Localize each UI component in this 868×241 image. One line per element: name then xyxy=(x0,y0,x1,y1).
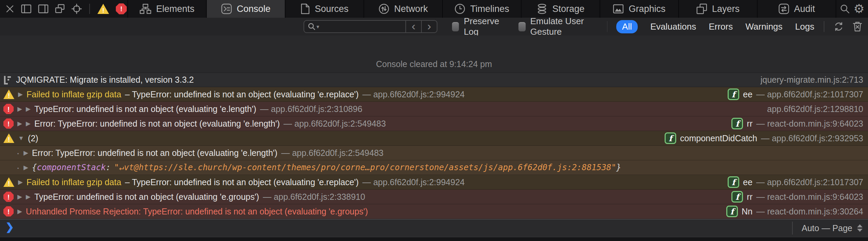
search-next-button[interactable]: › xyxy=(422,21,437,32)
function-name: ee xyxy=(743,177,753,187)
message-text: – TypeError: undefined is not an object … xyxy=(125,177,359,187)
tab-label: Network xyxy=(394,4,428,14)
inline-source-link[interactable]: — app.6f62d0f.js:2:549483 xyxy=(281,148,383,158)
source-link[interactable]: — react-dom.min.js:9:64023 xyxy=(756,119,863,129)
element-selection-target-icon[interactable] xyxy=(72,4,82,14)
source-link[interactable]: — app.6f62d0f.js:2:1017307 xyxy=(756,90,863,99)
window-bottom-edge xyxy=(0,237,868,241)
disclosure-triangle-icon[interactable]: ▶ xyxy=(26,120,31,127)
scope-errors-button[interactable]: Errors xyxy=(709,21,733,32)
source-link[interactable]: jquery-migrate.min.js:2:713 xyxy=(760,75,863,85)
disclosure-triangle-icon[interactable]: ▶ xyxy=(17,120,22,127)
stepper-icon[interactable] xyxy=(857,224,863,232)
error-icon xyxy=(3,192,14,202)
function-badge-icon: f xyxy=(665,132,676,144)
inline-source-link[interactable]: — app.6f62d0f.js:2:994924 xyxy=(362,90,465,99)
tab-storage[interactable]: Storage xyxy=(521,0,600,18)
console-row-group-child-error[interactable]: · ▶ Error: TypeError: undefined is not a… xyxy=(0,146,868,160)
console-row-log[interactable]: JQMIGRATE: Migrate is installed, version… xyxy=(0,73,868,87)
console-row-warning-group[interactable]: ▼ (2) f componentDidCatch — app.6f62d0f.… xyxy=(0,131,868,146)
gear-icon[interactable]: ⚙ xyxy=(853,3,864,15)
checkbox-icon[interactable] xyxy=(452,22,460,32)
scope-logs-button[interactable]: Logs xyxy=(795,21,814,32)
console-row-error[interactable]: ▶ ▶ TypeError: undefined is not an objec… xyxy=(0,190,868,204)
log-icon xyxy=(3,75,12,85)
disclosure-triangle-icon[interactable]: ▶ xyxy=(18,91,23,98)
scope-warnings-button[interactable]: Warnings xyxy=(745,21,782,32)
object-preview[interactable]: { componentStack : "↵vt@https://sle.chur… xyxy=(32,163,621,172)
error-icon xyxy=(3,104,14,114)
console-row-error[interactable]: ▶ ▶ Error: TypeError: undefined is not a… xyxy=(0,116,868,131)
source-link[interactable]: — react-dom.min.js:9:64023 xyxy=(756,192,863,202)
disclosure-triangle-icon[interactable]: ▶ xyxy=(26,193,31,200)
console-message-area[interactable]: Console cleared at 9:14:24 pm JQMIGRATE:… xyxy=(0,35,868,219)
tab-elements[interactable]: Elements xyxy=(127,0,206,18)
inline-source-link[interactable]: — app.6f62d0f.js:2:994924 xyxy=(362,177,465,187)
warning-icon xyxy=(3,133,14,143)
tab-graphics[interactable]: Graphics xyxy=(600,0,678,18)
disclosure-triangle-icon[interactable]: ▶ xyxy=(26,105,31,113)
search-icon[interactable] xyxy=(840,4,850,14)
inline-source-link[interactable]: — app.6f62d0f.js:2:549483 xyxy=(283,119,386,129)
tab-label: Console xyxy=(237,4,270,14)
clear-console-trash-icon[interactable] xyxy=(852,21,863,32)
console-row-unhandled-rejection[interactable]: ▶ Unhandled Promise Rejection: TypeError… xyxy=(0,204,868,219)
console-prompt[interactable]: ❯ Auto — Page xyxy=(0,219,868,237)
chevron-down-icon: ▾ xyxy=(316,23,319,30)
tab-console[interactable]: Console xyxy=(206,0,285,18)
checkbox-icon[interactable] xyxy=(518,22,526,32)
source-link[interactable]: app.6f62d0f.js:2:1298810 xyxy=(767,104,863,114)
disclosure-triangle-icon[interactable]: ▶ xyxy=(17,105,22,113)
emulate-user-gesture-checkbox[interactable]: Emulate User Gesture xyxy=(518,16,598,37)
tab-bar-end: ⚙ xyxy=(836,0,868,18)
tab-timelines[interactable]: Timelines xyxy=(442,0,521,18)
inline-source-link[interactable]: — app.6f62d0f.js:2:310896 xyxy=(260,104,362,114)
sources-icon xyxy=(300,3,310,14)
scope-all-button[interactable]: All xyxy=(616,20,638,33)
disclosure-triangle-expanded-icon[interactable]: ▼ xyxy=(18,135,24,142)
execution-context-selector[interactable]: Auto — Page xyxy=(802,223,852,233)
warnings-toggle-icon[interactable] xyxy=(97,4,109,14)
tab-sources[interactable]: Sources xyxy=(285,0,363,18)
dock-to-bottom-icon[interactable] xyxy=(38,4,48,13)
audit-icon xyxy=(778,3,789,14)
close-icon[interactable] xyxy=(5,4,14,13)
tab-layers[interactable]: Layers xyxy=(678,0,757,18)
function-name: componentDidCatch xyxy=(680,133,757,143)
console-row-group-child-object[interactable]: · ▶ { componentStack : "↵vt@https://sle.… xyxy=(0,160,868,175)
bullet-icon: · xyxy=(16,162,20,173)
console-search-field[interactable]: ▾ ‹ › xyxy=(304,20,437,33)
dock-to-side-icon[interactable] xyxy=(21,4,31,13)
search-previous-button[interactable]: ‹ xyxy=(406,21,421,32)
tab-label: Sources xyxy=(315,4,348,14)
console-row-warning[interactable]: ▶ Failed to inflate gzip data – TypeErro… xyxy=(0,175,868,190)
errors-toggle-icon[interactable] xyxy=(116,3,127,14)
disclosure-triangle-icon[interactable]: ▶ xyxy=(24,164,28,171)
refresh-icon[interactable] xyxy=(833,21,844,32)
source-link[interactable]: — react-dom.min.js:9:30264 xyxy=(756,207,863,216)
scope-evaluations-button[interactable]: Evaluations xyxy=(650,21,696,32)
console-icon xyxy=(221,3,232,14)
disclosure-triangle-icon[interactable]: ▶ xyxy=(24,149,28,157)
console-row-error[interactable]: ▶ ▶ TypeError: undefined is not an objec… xyxy=(0,102,868,116)
function-name: rr xyxy=(747,119,753,129)
inline-source-link[interactable]: — app.6f62d0f.js:2:338910 xyxy=(263,192,365,202)
tab-audit[interactable]: Audit xyxy=(757,0,836,18)
brace-close: } xyxy=(616,163,621,172)
object-string-value: "↵vt@https://sle.church/wp-content/theme… xyxy=(114,163,616,172)
source-link[interactable]: — app.6f62d0f.js:2:932953 xyxy=(761,133,863,143)
tab-network[interactable]: Network xyxy=(363,0,442,18)
disclosure-triangle-icon[interactable]: ▶ xyxy=(18,178,23,186)
message-scope-buttons: All Evaluations Errors Warnings Logs xyxy=(616,20,814,33)
source-link[interactable]: — app.6f62d0f.js:2:1017307 xyxy=(756,177,863,187)
graphics-icon xyxy=(613,4,624,14)
message-text: – TypeError: undefined is not an object … xyxy=(125,90,359,99)
preserve-log-checkbox[interactable]: Preserve Log xyxy=(452,16,504,37)
search-scope-icon[interactable]: ▾ xyxy=(304,22,319,31)
message-text: TypeError: undefined is not an object (e… xyxy=(34,104,257,114)
disclosure-triangle-icon[interactable]: ▶ xyxy=(17,208,22,215)
search-input[interactable] xyxy=(319,22,405,31)
disclosure-triangle-icon[interactable]: ▶ xyxy=(17,193,22,200)
console-row-warning[interactable]: ▶ Failed to inflate gzip data – TypeErro… xyxy=(0,87,868,102)
undock-icon[interactable] xyxy=(55,4,65,14)
